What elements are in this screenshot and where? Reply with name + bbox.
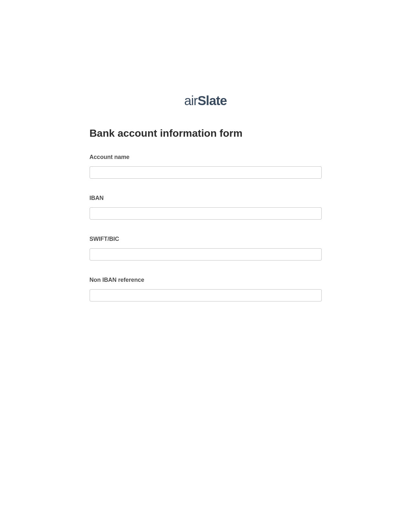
field-iban: IBAN [90, 195, 322, 220]
logo-suffix: Slate [198, 94, 227, 108]
input-swift-bic[interactable] [90, 248, 322, 261]
logo-text: airSlate [184, 94, 227, 108]
input-account-name[interactable] [90, 166, 322, 179]
form-title: Bank account information form [90, 127, 322, 139]
input-iban[interactable] [90, 207, 322, 220]
logo-prefix: air [184, 94, 197, 108]
label-iban: IBAN [90, 195, 322, 202]
field-non-iban-reference: Non IBAN reference [90, 277, 322, 301]
label-account-name: Account name [90, 154, 322, 161]
field-swift-bic: SWIFT/BIC [90, 236, 322, 261]
label-swift-bic: SWIFT/BIC [90, 236, 322, 242]
form-container: airSlate Bank account information form A… [90, 94, 322, 301]
input-non-iban-reference[interactable] [90, 289, 322, 301]
field-account-name: Account name [90, 154, 322, 179]
label-non-iban-reference: Non IBAN reference [90, 277, 322, 283]
logo: airSlate [90, 94, 322, 108]
